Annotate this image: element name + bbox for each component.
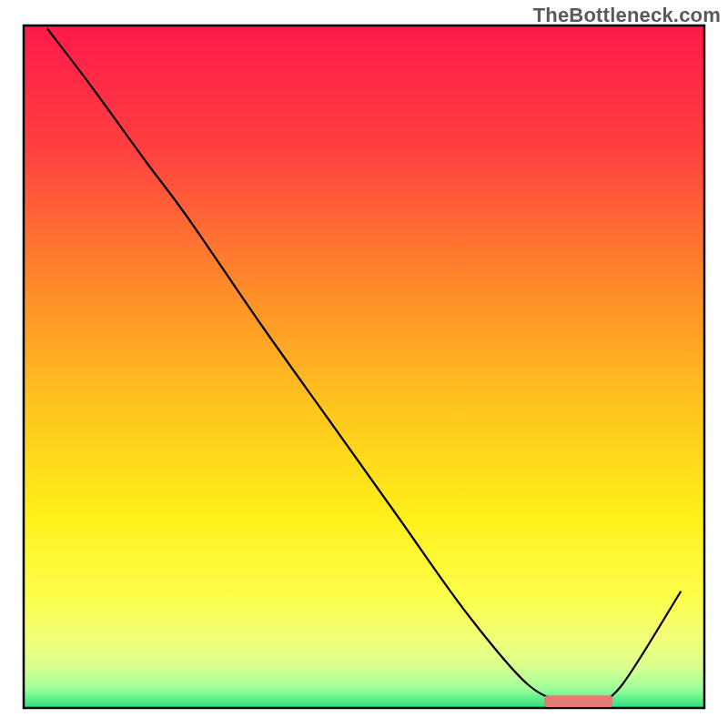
chart-svg — [0, 0, 728, 728]
plot-background — [24, 25, 704, 708]
optimal-range-marker — [544, 695, 612, 707]
chart-stage: TheBottleneck.com — [0, 0, 728, 728]
